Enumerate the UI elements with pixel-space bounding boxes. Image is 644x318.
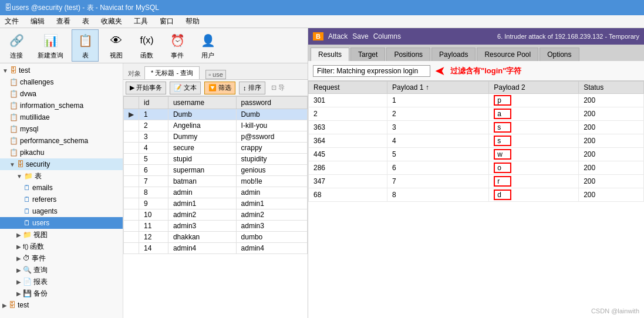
burp-save-label[interactable]: Save <box>352 32 368 40</box>
id-cell: 10 <box>139 209 168 221</box>
sidebar-item-security[interactable]: ▼ 🗄 security <box>0 158 123 170</box>
table-row[interactable]: 4 secure crappy <box>124 143 308 154</box>
menu-view[interactable]: 查看 <box>54 16 73 27</box>
sidebar-item-mysql[interactable]: 📋 mysql <box>0 123 123 135</box>
expand-icon: ▶ <box>2 302 7 309</box>
sidebar-item-challenges[interactable]: 📋 challenges <box>0 76 123 88</box>
begin-transaction-button[interactable]: ▶ 开始事务 <box>126 82 166 94</box>
table-icon: 🗒 <box>23 184 31 192</box>
burp-table-row[interactable]: 2 2 a 200 <box>309 107 644 121</box>
sidebar-item-tables-folder[interactable]: ▼ 📁 表 <box>0 170 123 182</box>
sidebar-item-events-folder[interactable]: ▶ ⏱ 事件 <box>0 252 123 264</box>
table-row[interactable]: 11 admin3 admin3 <box>124 221 308 232</box>
col-request[interactable]: Request <box>309 82 387 94</box>
burp-tab-options[interactable]: Options <box>540 48 579 61</box>
sidebar-item-performance-schema[interactable]: 📋 performance_schema <box>0 135 123 147</box>
sidebar-item-pikachu[interactable]: 📋 pikachu <box>0 147 123 158</box>
burp-table-row[interactable]: 286 6 o 200 <box>309 161 644 175</box>
sidebar-item-referers[interactable]: 🗒 referers <box>0 194 123 205</box>
folder-icon: 📁 <box>24 172 33 180</box>
col-username[interactable]: username <box>168 97 236 109</box>
app-icon: 🗄 <box>5 4 12 12</box>
burp-table-row[interactable]: 301 1 p 200 <box>309 94 644 107</box>
sidebar-item-test2[interactable]: ▶ 🗄 test <box>0 299 123 311</box>
col-password[interactable]: password <box>236 97 307 109</box>
sidebar-item-users[interactable]: 🗒 users <box>0 217 123 229</box>
arrow-cell <box>124 232 139 243</box>
id-cell: 11 <box>139 221 168 232</box>
table-row[interactable]: 6 superman genious <box>124 165 308 176</box>
tab-object[interactable]: 对象 <box>126 68 143 79</box>
sort-button[interactable]: ↕ 排序 <box>239 82 265 94</box>
tab-query[interactable]: * 无标题 - 查询 <box>144 66 200 79</box>
sidebar-item-queries-folder[interactable]: ▶ 🔍 查询 <box>0 264 123 276</box>
burp-attack-label[interactable]: Attack <box>328 32 348 40</box>
burp-table-row[interactable]: 445 5 w 200 <box>309 148 644 161</box>
sidebar-item-mutillidae[interactable]: 📋 mutillidae <box>0 111 123 123</box>
burp-table-row[interactable]: 68 8 d 200 <box>309 188 644 202</box>
table-row[interactable]: 8 admin admin <box>124 187 308 198</box>
sidebar-item-uagents[interactable]: 🗒 uagents <box>0 205 123 217</box>
filter-button[interactable]: 🔽 筛选 <box>204 82 235 94</box>
table-row[interactable]: 9 admin1 admin1 <box>124 198 308 209</box>
table-row[interactable]: 14 admin4 admin4 <box>124 243 308 254</box>
menu-file[interactable]: 文件 <box>2 16 21 27</box>
menu-help[interactable]: 帮助 <box>183 16 202 27</box>
table-row[interactable]: 3 Dummy p@ssword <box>124 131 308 143</box>
function-button[interactable]: f(x) 函数 <box>134 30 160 61</box>
request-cell: 286 <box>309 161 387 175</box>
arrow-cell <box>124 187 139 198</box>
table-row[interactable]: 7 batman mob!le <box>124 176 308 187</box>
payload1-cell: 7 <box>387 175 489 188</box>
menu-edit[interactable]: 编辑 <box>28 16 47 27</box>
sidebar-item-information-schema[interactable]: 📋 information_schema <box>0 100 123 111</box>
table-row[interactable]: ▶ 1 Dumb Dumb <box>124 109 308 120</box>
username-cell: Dummy <box>168 131 236 143</box>
col-payload2[interactable]: Payload 2 <box>489 82 579 94</box>
burp-table-row[interactable]: 364 4 s 200 <box>309 134 644 148</box>
sidebar-item-reports-folder[interactable]: ▶ 📄 报表 <box>0 276 123 287</box>
col-status[interactable]: Status <box>579 82 644 94</box>
id-cell: 4 <box>139 143 168 154</box>
new-query-button[interactable]: 📊 新建查询 <box>34 30 67 61</box>
menu-favorites[interactable]: 收藏夹 <box>99 16 124 27</box>
col-payload1[interactable]: Payload 1 ↑ <box>387 82 489 94</box>
view-button[interactable]: 👁 视图 <box>103 30 129 61</box>
sidebar-item-views-folder[interactable]: ▶ 📁 视图 <box>0 229 123 241</box>
connect-icon: 🔗 <box>7 31 26 50</box>
burp-columns-label[interactable]: Columns <box>373 32 401 40</box>
event-button[interactable]: ⏰ 事件 <box>164 30 190 61</box>
table-row[interactable]: 2 Angelina I-kill-you <box>124 120 308 131</box>
sidebar-item-dvwa[interactable]: 📋 dvwa <box>0 88 123 100</box>
payload1-cell: 5 <box>387 148 489 161</box>
col-id[interactable]: id <box>139 97 168 109</box>
text-button[interactable]: 📝 文本 <box>170 82 201 94</box>
menu-tools[interactable]: 工具 <box>132 16 150 27</box>
burp-tab-target[interactable]: Target <box>350 48 385 61</box>
burp-tab-resource-pool[interactable]: Resource Pool <box>477 48 538 61</box>
user-button[interactable]: 👤 用户 <box>195 30 221 61</box>
arrow-cell <box>124 131 139 143</box>
burp-table-row[interactable]: 347 7 r 200 <box>309 175 644 188</box>
sidebar-item-emails[interactable]: 🗒 emails <box>0 182 123 194</box>
sidebar-item-functions-folder[interactable]: ▶ f() 函数 <box>0 241 123 252</box>
table-row[interactable]: 12 dhakkan dumbo <box>124 232 308 243</box>
burp-tab-results[interactable]: Results <box>311 48 349 61</box>
menu-table[interactable]: 表 <box>80 16 92 27</box>
burp-tab-payloads[interactable]: Payloads <box>431 48 476 61</box>
burp-tab-positions[interactable]: Positions <box>386 48 430 61</box>
table-button[interactable]: 📋 表 <box>72 29 99 62</box>
connect-button[interactable]: 🔗 连接 <box>4 30 29 61</box>
table-row[interactable]: 5 stupid stupidity <box>124 154 308 165</box>
burp-table-row[interactable]: 363 3 s 200 <box>309 121 644 134</box>
sidebar-item-backup-folder[interactable]: ▶ 💾 备份 <box>0 287 123 299</box>
sidebar-item-test[interactable]: ▼ 🗄 test <box>0 65 123 76</box>
tab-bar: 对象 * 无标题 - 查询 ▫ use <box>123 63 308 80</box>
table-row[interactable]: 10 admin2 admin2 <box>124 209 308 221</box>
menu-window[interactable]: 窗口 <box>157 16 176 27</box>
filter-input[interactable] <box>313 65 430 77</box>
payload1-cell: 1 <box>387 94 489 107</box>
tab-use[interactable]: ▫ use <box>203 70 228 79</box>
username-cell: admin3 <box>168 221 236 232</box>
db-icon: 🗄 <box>10 66 17 75</box>
